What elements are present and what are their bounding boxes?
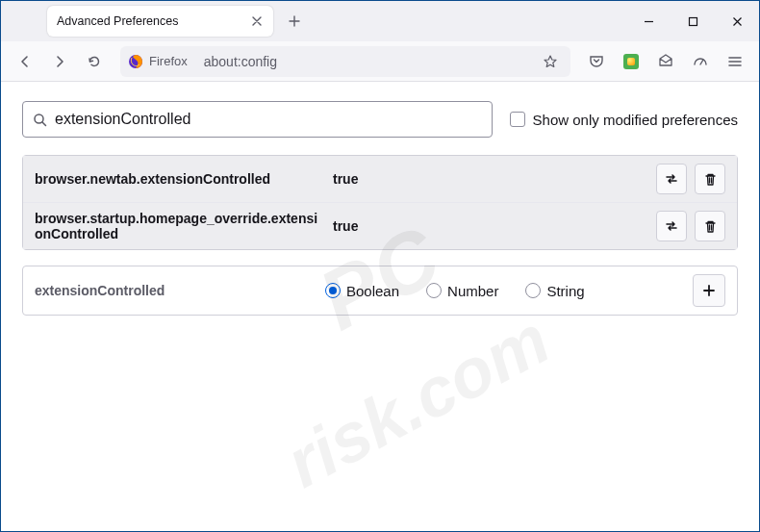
pref-actions bbox=[656, 164, 725, 194]
identity-label: Firefox bbox=[149, 54, 188, 68]
checkbox-icon[interactable] bbox=[510, 112, 525, 127]
radio-label: Boolean bbox=[346, 283, 399, 299]
pref-value: true bbox=[333, 218, 656, 234]
mail-icon[interactable] bbox=[651, 47, 680, 76]
type-radio-group: Boolean Number String bbox=[325, 283, 693, 299]
search-input[interactable] bbox=[47, 111, 482, 128]
new-pref-row: extensionControlled Boolean Number Strin… bbox=[22, 266, 738, 316]
pref-value: true bbox=[333, 171, 656, 187]
pref-table: browser.newtab.extensionControlled true … bbox=[22, 155, 738, 250]
pref-name: browser.newtab.extensionControlled bbox=[35, 171, 333, 187]
url-input[interactable] bbox=[196, 54, 538, 69]
browser-tab[interactable]: Advanced Preferences bbox=[47, 6, 273, 37]
firefox-icon bbox=[128, 54, 143, 69]
checkbox-label: Show only modified preferences bbox=[533, 112, 738, 128]
identity-box[interactable]: Firefox bbox=[128, 54, 196, 69]
radio-string[interactable]: String bbox=[525, 283, 584, 299]
pref-name: browser.startup.homepage_override.extens… bbox=[35, 211, 333, 241]
gauge-icon[interactable] bbox=[686, 47, 715, 76]
hamburger-menu-icon[interactable] bbox=[721, 47, 749, 76]
delete-button[interactable] bbox=[695, 164, 725, 194]
radio-number[interactable]: Number bbox=[426, 283, 498, 299]
new-tab-button[interactable] bbox=[281, 8, 308, 35]
pref-row[interactable]: browser.newtab.extensionControlled true bbox=[23, 156, 737, 202]
search-icon bbox=[33, 113, 47, 127]
search-row: Show only modified preferences bbox=[22, 101, 738, 138]
reload-button[interactable] bbox=[80, 47, 109, 76]
forward-button[interactable] bbox=[45, 47, 74, 76]
radio-icon bbox=[525, 283, 541, 298]
close-window-button[interactable] bbox=[715, 1, 759, 41]
back-button[interactable] bbox=[11, 47, 39, 76]
pref-row[interactable]: browser.startup.homepage_override.extens… bbox=[23, 202, 737, 249]
bookmark-star-icon[interactable] bbox=[538, 54, 563, 69]
titlebar: Advanced Preferences bbox=[1, 1, 759, 41]
minimize-button[interactable] bbox=[626, 1, 671, 41]
pocket-icon[interactable] bbox=[582, 47, 611, 76]
extension-icon[interactable] bbox=[617, 47, 646, 76]
toggle-button[interactable] bbox=[656, 211, 687, 241]
urlbar[interactable]: Firefox bbox=[120, 46, 570, 77]
radio-boolean[interactable]: Boolean bbox=[325, 283, 399, 299]
delete-button[interactable] bbox=[695, 211, 725, 241]
new-pref-name: extensionControlled bbox=[35, 283, 325, 298]
radio-label: Number bbox=[447, 283, 498, 299]
close-tab-icon[interactable] bbox=[250, 14, 264, 28]
add-pref-button[interactable] bbox=[693, 274, 725, 307]
radio-icon bbox=[426, 283, 442, 298]
window-controls bbox=[626, 1, 759, 41]
svg-rect-0 bbox=[689, 17, 697, 25]
search-box[interactable] bbox=[22, 101, 493, 138]
radio-label: String bbox=[546, 283, 584, 299]
tab-title: Advanced Preferences bbox=[57, 14, 178, 28]
toggle-button[interactable] bbox=[656, 164, 687, 194]
pref-actions bbox=[656, 211, 725, 241]
show-modified-checkbox-row[interactable]: Show only modified preferences bbox=[510, 112, 738, 128]
aboutconfig-content: Show only modified preferences browser.n… bbox=[1, 82, 759, 335]
radio-icon bbox=[325, 283, 341, 298]
maximize-button[interactable] bbox=[671, 1, 715, 41]
navbar: Firefox bbox=[1, 41, 759, 82]
